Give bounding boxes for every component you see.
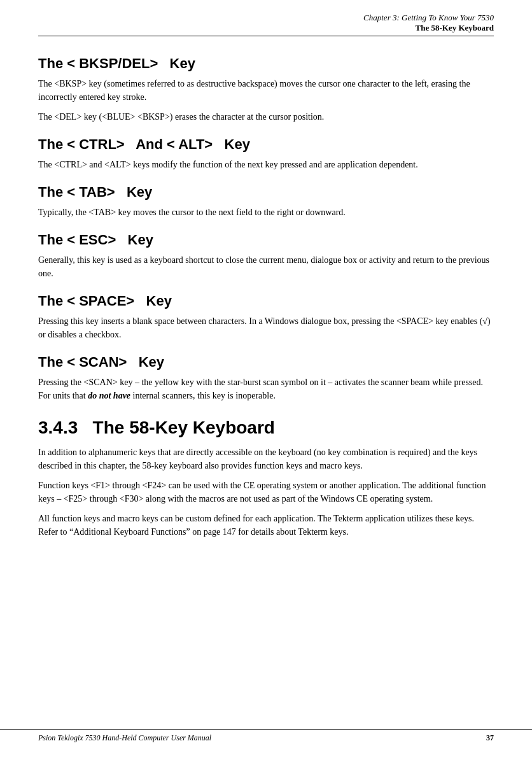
para-58-1: In addition to alphanumeric keys that ar…: [38, 446, 494, 472]
chapter-heading-343: 3.4.3 The 58-Key Keyboard: [38, 418, 494, 438]
para-tab-1: Typically, the <TAB> key moves the curso…: [38, 206, 494, 219]
para-bksp-1: The <BKSP> key (sometimes referred to as…: [38, 77, 494, 104]
para-58-3: All function keys and macro keys can be …: [38, 512, 494, 539]
page-header: Chapter 3: Getting To Know Your 7530 The…: [38, 13, 494, 36]
section-tab: The < TAB> Key Typically, the <TAB> key …: [38, 184, 494, 219]
heading-space: The < SPACE> Key: [38, 293, 494, 309]
para-esc-1: Generally, this key is used as a keyboar…: [38, 253, 494, 280]
heading-ctrl-alt: The < CTRL> And < ALT> Key: [38, 136, 494, 153]
section-bksp-del: The < BKSP/DEL> Key The <BKSP> key (some…: [38, 55, 494, 123]
para-space-1: Pressing this key inserts a blank space …: [38, 314, 494, 341]
bold-italic-text: do not have: [88, 391, 130, 400]
page: Chapter 3: Getting To Know Your 7530 The…: [0, 0, 532, 762]
section-scan: The < SCAN> Key Pressing the <SCAN> key …: [38, 354, 494, 402]
para-58-2: Function keys <F1> through <F24> can be …: [38, 479, 494, 505]
footer-left: Psion Teklogix 7530 Hand-Held Computer U…: [38, 733, 211, 743]
header-section: The 58-Key Keyboard: [38, 23, 494, 33]
heading-esc: The < ESC> Key: [38, 232, 494, 248]
header-chapter: Chapter 3: Getting To Know Your 7530: [38, 13, 494, 23]
heading-bksp-del: The < BKSP/DEL> Key: [38, 55, 494, 72]
heading-tab: The < TAB> Key: [38, 184, 494, 201]
para-ctrl-alt-1: The <CTRL> and <ALT> keys modify the fun…: [38, 158, 494, 171]
para-scan-1: Pressing the <SCAN> key – the yellow key…: [38, 376, 494, 402]
page-footer: Psion Teklogix 7530 Hand-Held Computer U…: [0, 729, 532, 743]
heading-scan: The < SCAN> Key: [38, 354, 494, 370]
footer-page-number: 37: [486, 733, 494, 743]
para-bksp-2: The <DEL> key (<BLUE> <BKSP>) erases the…: [38, 110, 494, 123]
section-space: The < SPACE> Key Pressing this key inser…: [38, 293, 494, 341]
section-esc: The < ESC> Key Generally, this key is us…: [38, 232, 494, 280]
section-ctrl-alt: The < CTRL> And < ALT> Key The <CTRL> an…: [38, 136, 494, 171]
section-58-key: 3.4.3 The 58-Key Keyboard In addition to…: [38, 418, 494, 539]
